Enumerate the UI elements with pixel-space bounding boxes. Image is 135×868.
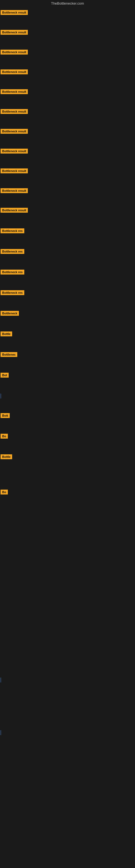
result-row-21: Bott bbox=[0, 411, 135, 432]
bottleneck-badge-25: Bo bbox=[1, 490, 8, 495]
bottleneck-badge-3: Bottleneck result bbox=[1, 50, 28, 55]
result-row-31 bbox=[0, 627, 135, 651]
bottleneck-badge-6: Bottleneck result bbox=[1, 109, 28, 114]
result-row-28 bbox=[0, 556, 135, 580]
result-row-17: Bottle bbox=[0, 329, 135, 350]
result-row-29 bbox=[0, 580, 135, 603]
result-row-16: Bottleneck bbox=[0, 309, 135, 329]
bottleneck-badge-13: Bottleneck res bbox=[1, 249, 24, 254]
bottleneck-badge-8: Bottleneck result bbox=[1, 149, 28, 154]
result-row-5: Bottleneck result bbox=[0, 87, 135, 106]
vertical-line-36 bbox=[1, 730, 1, 735]
result-row-25: Bo bbox=[0, 488, 135, 508]
site-title: TheBottlenecker.com bbox=[0, 0, 135, 8]
result-row-32 bbox=[0, 651, 135, 675]
result-row-7: Bottleneck result bbox=[0, 126, 135, 146]
bottleneck-badge-22: Bo bbox=[1, 434, 8, 439]
bottleneck-badge-4: Bottleneck result bbox=[1, 69, 28, 74]
result-row-10: Bottleneck result bbox=[0, 186, 135, 206]
result-row-8: Bottleneck result bbox=[0, 146, 135, 166]
bottleneck-badge-23: Bottle bbox=[1, 454, 12, 459]
bottleneck-badge-2: Bottleneck result bbox=[1, 30, 28, 35]
bottleneck-badge-9: Bottleneck result bbox=[1, 168, 28, 173]
result-row-35 bbox=[0, 704, 135, 728]
bottleneck-badge-10: Bottleneck result bbox=[1, 188, 28, 193]
bottleneck-badge-19: Bot bbox=[1, 373, 9, 378]
result-row-20 bbox=[0, 391, 135, 411]
result-row-15: Bottleneck res bbox=[0, 288, 135, 309]
result-row-18: Bottlenec bbox=[0, 350, 135, 371]
result-row-3: Bottleneck result bbox=[0, 47, 135, 67]
result-row-36 bbox=[0, 728, 135, 757]
bottleneck-badge-17: Bottle bbox=[1, 332, 12, 336]
bottleneck-badge-15: Bottleneck res bbox=[1, 290, 24, 295]
result-row-1: Bottleneck result bbox=[0, 8, 135, 27]
result-row-34 bbox=[0, 675, 135, 704]
result-row-19: Bot bbox=[0, 371, 135, 391]
vertical-line-34 bbox=[1, 678, 1, 682]
result-row-4: Bottleneck result bbox=[0, 67, 135, 87]
bottleneck-badge-14: Bottleneck res bbox=[1, 270, 24, 275]
result-row-11: Bottleneck result bbox=[0, 206, 135, 226]
result-row-27 bbox=[0, 532, 135, 556]
bottleneck-badge-1: Bottleneck result bbox=[1, 10, 28, 15]
bottleneck-badge-18: Bottlenec bbox=[1, 352, 17, 357]
result-row-13: Bottleneck res bbox=[0, 247, 135, 268]
result-row-6: Bottleneck result bbox=[0, 106, 135, 126]
result-row-22: Bo bbox=[0, 432, 135, 452]
bottleneck-badge-7: Bottleneck result bbox=[1, 129, 28, 134]
bottleneck-badge-11: Bottleneck result bbox=[1, 208, 28, 213]
bottleneck-badge-16: Bottleneck bbox=[1, 311, 19, 316]
result-row-26 bbox=[0, 508, 135, 532]
result-row-14: Bottleneck res bbox=[0, 268, 135, 288]
result-row-30 bbox=[0, 603, 135, 627]
bottleneck-badge-5: Bottleneck result bbox=[1, 89, 28, 94]
vertical-line-20 bbox=[1, 394, 1, 399]
bottleneck-badge-21: Bott bbox=[1, 413, 10, 418]
bottleneck-badge-12: Bottleneck res bbox=[1, 228, 24, 233]
result-row-24 bbox=[0, 473, 135, 488]
result-row-2: Bottleneck result bbox=[0, 27, 135, 47]
result-row-9: Bottleneck result bbox=[0, 166, 135, 186]
result-row-23: Bottle bbox=[0, 452, 135, 473]
result-row-12: Bottleneck res bbox=[0, 226, 135, 247]
